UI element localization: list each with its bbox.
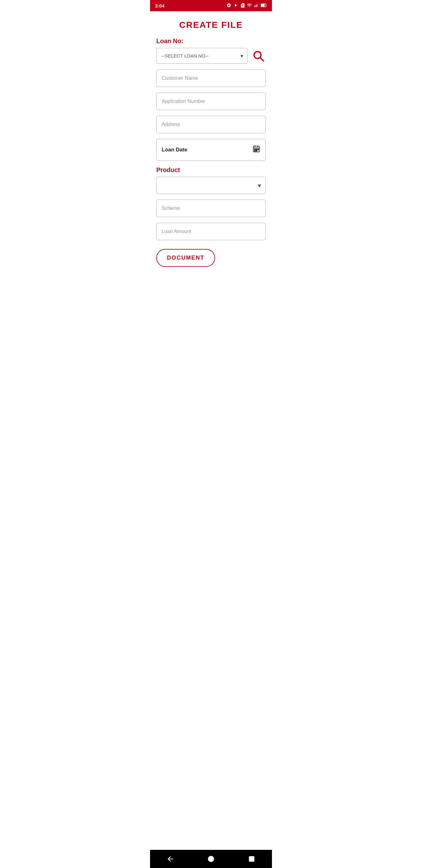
page-title: CREATE FILE [156, 20, 266, 30]
svg-rect-1 [255, 5, 256, 7]
loan-amount-input[interactable] [156, 223, 266, 240]
svg-rect-2 [256, 4, 257, 7]
status-bar: 3:04 [150, 0, 272, 11]
product-select-wrapper: ▾ [156, 177, 266, 194]
main-content: CREATE FILE Loan No: --SELECT LOAN NO-- … [150, 11, 272, 295]
svg-line-8 [260, 58, 263, 61]
product-section: Product ▾ [156, 166, 266, 194]
svg-rect-5 [266, 4, 267, 6]
customer-name-input[interactable] [156, 69, 266, 87]
search-icon [253, 50, 264, 62]
product-select[interactable] [157, 177, 265, 194]
play-icon [233, 3, 238, 9]
loan-date-button[interactable]: Loan Date [156, 139, 266, 161]
loan-no-select[interactable]: --SELECT LOAN NO-- [156, 48, 248, 64]
svg-rect-17 [258, 149, 259, 150]
document-button-wrapper: DOCUMENT [156, 246, 266, 270]
status-time: 3:04 [155, 3, 164, 8]
loan-no-label: Loan No: [156, 37, 266, 45]
loan-select-wrapper: --SELECT LOAN NO-- ▾ [156, 48, 248, 64]
loan-no-row: --SELECT LOAN NO-- ▾ [156, 48, 266, 64]
calendar-icon [252, 145, 260, 155]
svg-rect-6 [261, 4, 265, 6]
svg-rect-15 [255, 150, 255, 151]
document-button[interactable]: DOCUMENT [156, 249, 215, 267]
product-label: Product [156, 166, 266, 174]
scheme-input[interactable] [156, 199, 266, 217]
battery-icon [261, 3, 267, 8]
svg-rect-16 [256, 150, 257, 151]
application-number-input[interactable] [156, 93, 266, 110]
settings-icon [226, 3, 231, 9]
address-input[interactable] [156, 116, 266, 133]
signal-icon [254, 3, 259, 9]
svg-rect-0 [254, 6, 255, 7]
sim-icon [240, 3, 245, 9]
svg-rect-13 [255, 149, 255, 150]
loan-date-label: Loan Date [162, 147, 187, 153]
search-button[interactable] [251, 49, 266, 63]
loan-no-section: Loan No: --SELECT LOAN NO-- ▾ [156, 37, 266, 64]
wifi-icon [247, 3, 252, 9]
status-icons [226, 3, 267, 9]
svg-rect-3 [257, 4, 258, 7]
svg-rect-14 [256, 149, 257, 150]
